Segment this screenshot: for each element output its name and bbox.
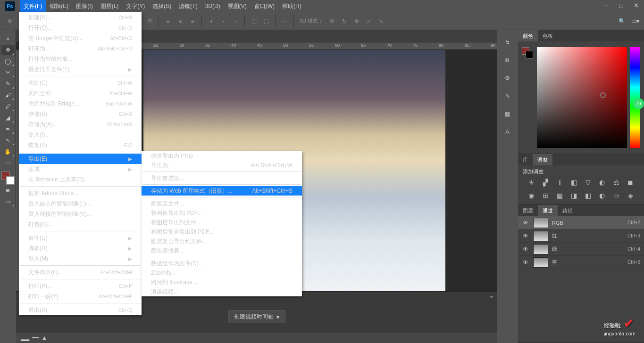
file-menu-item[interactable]: 关闭全部Alt+Ctrl+W xyxy=(19,88,142,98)
channel-row[interactable]: 👁 红 Ctrl+3 xyxy=(518,229,644,243)
menu-select[interactable]: 选择(S) xyxy=(149,0,175,12)
file-menu-item[interactable]: 打开为智能对象... xyxy=(19,54,142,64)
file-menu-item[interactable]: 关闭并转到 Bridge...Shift+Ctrl+W xyxy=(19,98,142,109)
distribute-v-icon[interactable]: ⬚ xyxy=(260,15,272,27)
timeline-slider[interactable]: ━━ xyxy=(32,335,39,341)
hue-sat-icon[interactable]: ◐ xyxy=(597,178,607,187)
history-panel-icon[interactable]: ↯ xyxy=(501,37,514,48)
edit-toolbar-icon[interactable]: ⋯ xyxy=(1,158,15,168)
align-center-icon[interactable]: ≡ xyxy=(174,15,186,27)
menu-filter[interactable]: 滤镜(T) xyxy=(175,0,201,12)
bw-icon[interactable]: ◼ xyxy=(626,178,635,187)
maximize-icon[interactable]: ◻ xyxy=(617,2,625,9)
posterize-icon[interactable]: ◧ xyxy=(583,191,593,200)
exposure-icon[interactable]: ◧ xyxy=(569,178,578,187)
menu-edit[interactable]: 编辑(E) xyxy=(46,0,72,12)
swatches-panel-icon[interactable]: ▦ xyxy=(501,108,514,120)
brightness-icon[interactable]: ☀ xyxy=(527,178,536,187)
color-lookup-icon[interactable]: ▦ xyxy=(555,191,564,200)
file-menu-item[interactable]: 置入嵌入的智能对象(L)... xyxy=(19,198,142,209)
character-panel-icon[interactable]: A xyxy=(501,126,514,138)
file-menu-item[interactable]: 在 Bridge 中浏览(B)...Alt+Ctrl+O xyxy=(19,33,142,43)
export-menu-item[interactable]: Zoomify... xyxy=(142,268,302,278)
tab-adjustments[interactable]: 调整 xyxy=(533,154,552,165)
export-menu-item[interactable]: 将图层复合导出到 PDF... xyxy=(142,227,302,237)
file-menu-item[interactable]: 置入链接的智能对象(K)... xyxy=(19,209,142,219)
file-menu-item[interactable]: 退出(X)Ctrl+Q xyxy=(19,305,142,315)
threshold-icon[interactable]: ◐ xyxy=(597,191,607,200)
align-vmid-icon[interactable]: ⫞ xyxy=(217,15,229,27)
tab-channels[interactable]: 通道 xyxy=(538,205,558,216)
3d-roll-icon[interactable]: ↻ xyxy=(338,15,351,27)
hand-tool[interactable]: ✋ xyxy=(1,147,15,157)
lasso-tool[interactable]: ◯ xyxy=(1,56,15,66)
levels-icon[interactable]: ▞ xyxy=(541,178,550,187)
eyedropper-tool[interactable]: ✎ xyxy=(1,79,15,89)
channel-row[interactable]: 👁 RGB Ctrl+2 xyxy=(518,216,644,229)
workspace-switcher-icon[interactable]: ▭▾ xyxy=(631,18,639,24)
file-menu-item[interactable]: 脚本(R)▶ xyxy=(19,243,142,253)
tab-swatches[interactable]: 色板 xyxy=(538,30,558,41)
file-menu-item[interactable]: 最近打开文件(T)▶ xyxy=(19,64,142,74)
crop-tool[interactable]: ✂ xyxy=(1,67,15,78)
path-select-tool[interactable]: ↖ xyxy=(1,135,15,146)
move-tool[interactable]: ✥ xyxy=(1,45,15,55)
vibrance-icon[interactable]: ▽ xyxy=(583,178,593,187)
tab-library[interactable]: 库 xyxy=(518,154,533,165)
export-menu-item[interactable]: 颜色查找表... xyxy=(142,246,302,255)
gradient-tool[interactable]: ◢ xyxy=(1,113,15,123)
timeline-zoom-out-icon[interactable]: ▂▂ xyxy=(21,335,29,341)
3d-slide-icon[interactable]: ⤢ xyxy=(363,15,375,27)
menu-file[interactable]: 文件(F) xyxy=(20,0,46,12)
distribute-h-icon[interactable]: ⬚ xyxy=(248,15,260,27)
screen-mode-icon[interactable]: ▭ xyxy=(1,196,15,207)
timeline-zoom-in-icon[interactable]: ▲ xyxy=(42,335,47,341)
color-balance-icon[interactable]: ⚖ xyxy=(611,178,621,187)
file-menu-item[interactable]: 文件简介(F)...Alt+Shift+Ctrl+I xyxy=(19,267,142,278)
file-menu-item[interactable]: 新建(N)...Ctrl+N xyxy=(19,12,142,23)
file-menu-item[interactable]: 导入(M)▶ xyxy=(19,253,142,264)
clone-tool[interactable]: 🖊 xyxy=(1,101,15,112)
brush-tool[interactable]: 🖌 xyxy=(1,90,15,100)
menu-help[interactable]: 帮助(H) xyxy=(278,0,305,12)
file-menu-item[interactable]: 打开为...Alt+Shift+Ctrl+O xyxy=(19,43,142,54)
actions-panel-icon[interactable]: ⧉ xyxy=(501,55,514,66)
file-menu-item[interactable]: 存储(S)Ctrl+S xyxy=(19,109,142,119)
tab-color[interactable]: 颜色 xyxy=(518,30,538,41)
channel-row[interactable]: 👁 蓝 Ctrl+5 xyxy=(518,256,644,269)
mini-fg-bg[interactable] xyxy=(522,47,533,58)
timeline-menu-icon[interactable]: ≡ xyxy=(490,294,493,301)
quick-mask-icon[interactable]: ◙ xyxy=(1,185,15,196)
export-menu-item[interactable]: 路径到 Illustrator... xyxy=(142,278,302,287)
menu-type[interactable]: 文字(Y) xyxy=(122,0,149,12)
pen-tool[interactable]: ✒ xyxy=(1,124,15,134)
close-icon[interactable]: ✕ xyxy=(632,2,640,9)
invert-icon[interactable]: ◨ xyxy=(569,191,578,200)
color-picker-ring[interactable] xyxy=(600,92,606,98)
align-left-icon[interactable]: ≡ xyxy=(162,15,174,27)
tab-layers[interactable]: 图层 xyxy=(518,205,538,216)
photo-filter-icon[interactable]: ◉ xyxy=(527,191,536,200)
search-icon[interactable]: 🔍 xyxy=(619,18,626,24)
align-top-icon[interactable]: ⫞ xyxy=(205,15,217,27)
move-tool-icon[interactable]: ✥ xyxy=(4,15,16,27)
more-icon[interactable]: ⋯ xyxy=(278,15,291,27)
gradient-map-icon[interactable]: ▭ xyxy=(611,191,621,200)
export-menu-item[interactable]: 导出为...Alt+Shift+Ctrl+W xyxy=(142,161,302,170)
file-menu-item[interactable]: 在 Behance 上共享(D)... xyxy=(19,174,142,185)
export-menu-item[interactable]: 将画板导出到 PDF... xyxy=(142,208,302,218)
brush-panel-icon[interactable]: ✎ xyxy=(501,90,514,102)
channel-mixer-icon[interactable]: ⊞ xyxy=(541,191,550,200)
align-right-icon[interactable]: ≡ xyxy=(186,15,199,27)
visibility-icon[interactable]: 👁 xyxy=(522,233,529,239)
menu-view[interactable]: 视图(V) xyxy=(224,0,251,12)
export-menu-item[interactable]: 快速导出为 PNG xyxy=(142,151,302,161)
file-menu-item[interactable]: 关闭(C)Ctrl+W xyxy=(19,78,142,88)
file-menu-item[interactable]: 恢复(V)F12 xyxy=(19,140,142,150)
visibility-icon[interactable]: 👁 xyxy=(522,246,529,253)
minimize-icon[interactable]: — xyxy=(602,2,610,9)
menu-3d[interactable]: 3D(D) xyxy=(201,0,224,12)
export-menu-item[interactable]: 渲染视频... xyxy=(142,287,302,296)
export-menu-item[interactable]: 将图层导出到文件... xyxy=(142,218,302,227)
file-menu-item[interactable]: 打包(G)... xyxy=(19,219,142,229)
